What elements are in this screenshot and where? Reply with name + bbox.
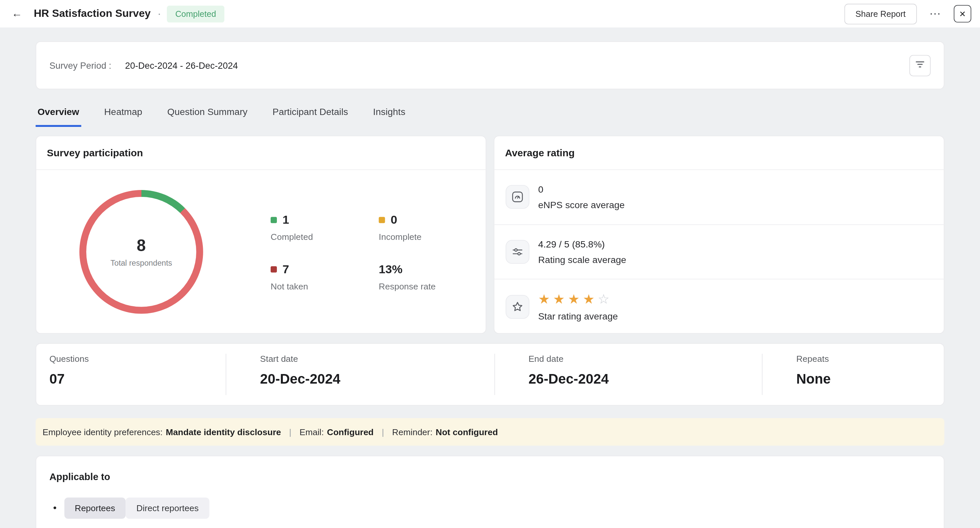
participation-body: 8 Total respondents 1 Completed 0 Incomp… [37,170,486,334]
stat-end-date: End date 26-Dec-2024 [494,354,762,395]
banner-separator: | [289,427,291,437]
participation-legend: 1 Completed 0 Incomplete 7 Not taken 1 [270,213,436,291]
tab-heatmap[interactable]: Heatmap [102,100,145,127]
reminder-pref-value: Not configured [436,427,498,437]
enps-score-value: 0 [538,184,625,195]
chip-direct-reportees[interactable]: Direct reportees [126,498,210,519]
back-button[interactable]: ← [8,4,26,23]
applicable-to-card: Applicable to • Reportees Direct reporte… [36,456,944,528]
enps-row: 0 eNPS score average [494,170,943,225]
enps-score-label: eNPS score average [538,200,625,210]
more-options-button[interactable]: ⋯ [926,6,945,21]
end-date-label: End date [528,354,762,364]
tab-insights[interactable]: Insights [371,100,407,127]
status-badge: Completed [167,5,224,22]
participation-donut: 8 Total respondents [79,190,203,314]
email-pref-label: Email: [300,427,324,437]
chip-reportees[interactable]: Reportees [64,498,126,519]
share-report-button[interactable]: Share Report [844,3,917,24]
tab-question-summary[interactable]: Question Summary [165,100,250,127]
questions-label: Questions [49,354,226,364]
repeats-label: Repeats [796,354,943,364]
stat-repeats: Repeats None [762,354,943,395]
rating-scale-value: 4.29 / 5 (85.8%) [538,239,627,250]
participation-card-title: Survey participation [37,136,486,170]
tab-participant-details[interactable]: Participant Details [270,100,350,127]
rating-scale-label: Rating scale average [538,254,627,265]
preferences-banner: Employee identity preferences: Mandate i… [36,418,944,445]
stat-start-date: Start date 20-Dec-2024 [226,354,494,395]
star-rating: ★★★★☆ [538,293,618,305]
overview-cards-row: Survey participation 8 Total respondents… [36,135,944,334]
legend-item-completed: 1 Completed [270,213,379,242]
star-rating-label: Star rating average [538,310,618,321]
email-pref-value: Configured [327,427,374,437]
legend-swatch [270,216,277,223]
response-rate-value: 13% [379,262,402,276]
completed-count: 1 [283,213,289,227]
start-date-value: 20-Dec-2024 [260,371,494,388]
back-arrow-icon: ← [11,8,22,20]
close-icon: ✕ [959,9,966,18]
rating-scale-icon [506,240,529,264]
average-rating-card-title: Average rating [494,136,943,170]
legend-swatch [379,216,385,223]
report-tabs: Overview Heatmap Question Summary Partic… [36,100,944,127]
end-date-value: 26-Dec-2024 [528,371,762,388]
survey-period-card: Survey Period : 20-Dec-2024 - 26-Dec-202… [36,41,944,89]
title-separator-dot: · [158,9,161,18]
identity-pref-label: Employee identity preferences: [43,427,163,437]
star-outline-icon [506,295,529,318]
total-respondents-value: 8 [137,236,146,256]
stat-questions: Questions 07 [37,354,226,395]
incomplete-count: 0 [391,213,397,227]
not-taken-count: 7 [283,262,289,276]
screen: ← HR Satisfaction Survey · Completed Sha… [0,0,980,528]
applicable-to-row: • Reportees Direct reportees [49,498,931,519]
average-rating-rows: 0 eNPS score average 4.29 / 5 (85.8%) Ra… [494,170,943,334]
response-rate-label: Response rate [379,281,436,291]
start-date-label: Start date [260,354,494,364]
filter-button[interactable] [909,55,931,76]
survey-period-value: 20-Dec-2024 - 26-Dec-2024 [125,60,238,70]
star-rating-row: ★★★★☆ Star rating average [494,280,943,334]
ellipsis-icon: ⋯ [929,8,941,20]
survey-participation-card: Survey participation 8 Total respondents… [36,135,486,334]
page-title: HR Satisfaction Survey [34,8,151,20]
legend-item-response-rate: 13% Response rate [379,262,436,291]
not-taken-label: Not taken [270,281,379,291]
applicable-to-title: Applicable to [49,471,931,482]
survey-stats-card: Questions 07 Start date 20-Dec-2024 End … [36,343,944,406]
reminder-pref-label: Reminder: [392,427,433,437]
donut-center: 8 Total respondents [86,197,196,307]
questions-value: 07 [49,371,226,388]
legend-swatch [270,266,277,272]
completed-label: Completed [270,232,379,242]
tab-overview[interactable]: Overview [36,100,81,127]
survey-period-label: Survey Period : [49,60,111,70]
legend-item-incomplete: 0 Incomplete [379,213,436,242]
banner-separator: | [382,427,384,437]
enps-gauge-icon [506,185,529,209]
total-respondents-label: Total respondents [110,259,172,267]
close-button[interactable]: ✕ [954,5,971,22]
applicable-chips: Reportees Direct reportees [64,498,209,519]
average-rating-card: Average rating 0 eNPS score average [494,135,944,334]
legend-item-not-taken: 7 Not taken [270,262,379,291]
repeats-value: None [796,371,943,388]
bullet-point: • [53,503,57,514]
incomplete-label: Incomplete [379,232,436,242]
rating-scale-row: 4.29 / 5 (85.8%) Rating scale average [494,225,943,280]
filter-icon [915,59,925,72]
identity-pref-value: Mandate identity disclosure [166,427,281,437]
top-bar: ← HR Satisfaction Survey · Completed Sha… [0,0,980,27]
report-page: Survey Period : 20-Dec-2024 - 26-Dec-202… [0,27,980,528]
